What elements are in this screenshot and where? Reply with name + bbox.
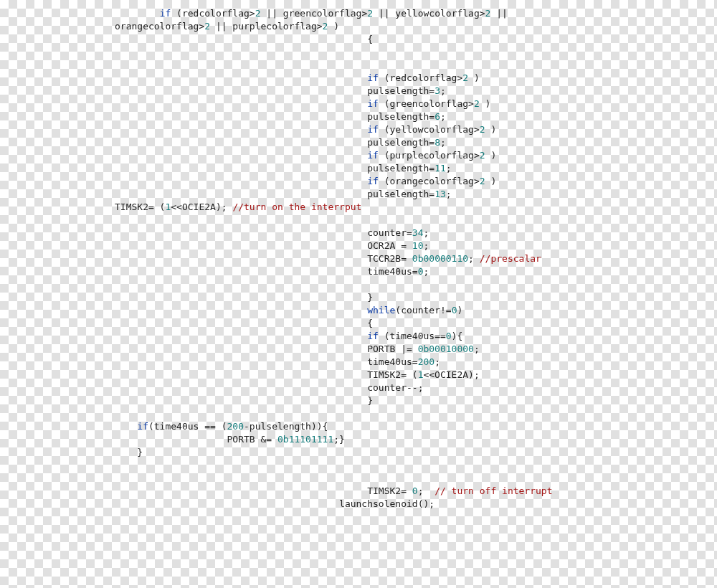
line: counter=34; (115, 227, 429, 238)
line: TIMSK2= 0; // turn off interrupt (115, 485, 553, 496)
line: if (purplecolorflag>2 ) (115, 150, 496, 161)
line: { (115, 318, 373, 328)
line: if (yellowcolorflag>2 ) (115, 124, 496, 135)
line: } (115, 292, 373, 303)
line: time40us=0; (115, 266, 429, 277)
line: pulselength=11; (115, 163, 452, 174)
line: if(time40us == (200-pulselength)){ (115, 421, 328, 432)
line: pulselength=13; (115, 189, 452, 199)
line: } (115, 395, 373, 406)
line: time40us=200; (115, 356, 440, 367)
line: { (115, 34, 373, 44)
line: OCR2A = 10; (115, 240, 429, 251)
line: TCCR2B= 0b00000110; //prescalar (115, 253, 541, 264)
line: if (redcolorflag>2 || greencolorflag>2 |… (115, 8, 508, 19)
line: } (115, 447, 143, 457)
line: TIMSK2= (1<<OCIE2A); (115, 369, 480, 380)
code-block: if (redcolorflag>2 || greencolorflag>2 |… (115, 7, 703, 511)
line: PORTB |= 0b00010000; (115, 343, 480, 354)
line: PORTB &= 0b11101111;} (115, 434, 345, 445)
line: if (redcolorflag>2 ) (115, 72, 480, 83)
line: pulselength=3; (115, 85, 446, 96)
line: pulselength=6; (115, 111, 446, 122)
line: if (orangecolorflag>2 ) (115, 176, 496, 186)
line: while(counter!=0) (115, 305, 462, 316)
line: if (greencolorflag>2 ) (115, 98, 490, 109)
line: if (time40us==0){ (115, 331, 462, 341)
line: TIMSK2= (1<<OCIE2A); //turn on the inter… (115, 201, 361, 212)
line: pulselength=8; (115, 137, 446, 148)
line: counter--; (115, 382, 423, 393)
line: launchsolenoid(); (115, 498, 435, 509)
line: orangecolorflag>2 || purplecolorflag>2 ) (115, 21, 339, 32)
